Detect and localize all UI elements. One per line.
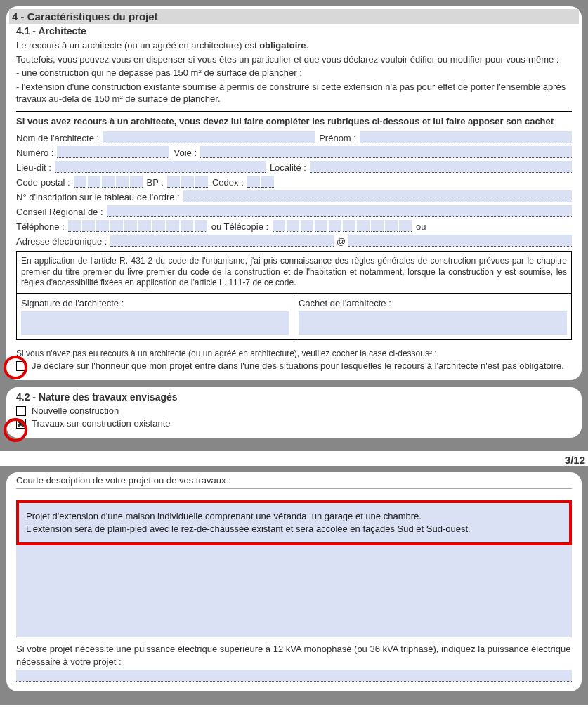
intro-text-c: . (306, 40, 309, 51)
description-line-1: Projet d'extension d'une maison individu… (26, 510, 562, 523)
field-nom[interactable] (103, 131, 315, 143)
form-frame-1: 4 - Caractéristiques du projet 4.1 - Arc… (0, 0, 588, 451)
divider (16, 488, 572, 489)
row-email: Adresse électronique : @ (16, 235, 572, 247)
field-localite[interactable] (310, 161, 572, 173)
intro-paragraph: Le recours à un architecte (ou un agréé … (16, 39, 572, 52)
field-prenom[interactable] (360, 131, 572, 143)
no-architect-declaration-line: Je déclare sur l'honneur que mon projet … (16, 360, 572, 371)
option-new-construction-label: Nouvelle construction (32, 405, 119, 416)
signature-table: Signature de l'architecte : Cachet de l'… (16, 294, 572, 340)
row-tel-fax: Téléphone : ou Télécopie : ou (16, 220, 572, 232)
row-nom-prenom: Nom de l'architecte : Prénom : (16, 131, 572, 143)
intro-bullet-2: - l'extension d'une construction existan… (16, 81, 572, 105)
cachet-cell: Cachet de l'architecte : (294, 294, 571, 339)
intro-text-bold: obligatoire (259, 40, 306, 51)
label-cedex: Cedex : (212, 177, 244, 188)
field-cp[interactable] (74, 176, 143, 188)
row-conseil: Conseil Régional de : (16, 205, 572, 217)
section-4-2: 4.2 - Nature des travaux envisagés Nouve… (6, 387, 582, 438)
label-conseil: Conseil Régional de : (16, 207, 103, 217)
label-lieudit: Lieu-dit : (16, 162, 51, 173)
description-section: Courte description de votre projet ou de… (6, 472, 582, 691)
option-existing-works-line: ✖ Travaux sur construction existante (16, 418, 572, 429)
form-frame-2: Courte description de votre projet ou de… (0, 466, 588, 704)
label-description: Courte description de votre projet ou de… (16, 475, 572, 486)
architect-instruction: Si vous avez recours à un architecte, vo… (16, 115, 572, 128)
field-voie[interactable] (200, 146, 572, 158)
label-tel: Téléphone : (16, 221, 65, 232)
signature-cell: Signature de l'architecte : (17, 294, 294, 339)
option-new-construction-line: Nouvelle construction (16, 405, 572, 416)
label-email: Adresse électronique : (16, 236, 107, 247)
field-conseil[interactable] (107, 205, 572, 217)
label-prenom: Prénom : (319, 133, 356, 143)
description-field-rest[interactable] (16, 545, 572, 637)
checkbox-no-architect[interactable] (16, 361, 26, 371)
row-inscription: N° d'inscription sur le tableau de l'ord… (16, 190, 572, 202)
legal-notice: En application de l'article R. 431-2 du … (16, 251, 572, 294)
field-bp[interactable] (167, 176, 208, 188)
section-4: 4 - Caractéristiques du projet 4.1 - Arc… (6, 6, 582, 380)
intro-bullet-1: - une construction qui ne dépasse pas 15… (16, 67, 572, 79)
field-email-domain[interactable] (348, 235, 572, 247)
label-at: @ (337, 236, 346, 247)
row-cp-bp-cedex: Code postal : BP : Cedex : (16, 176, 572, 188)
field-cachet[interactable] (299, 311, 567, 335)
label-cp: Code postal : (16, 177, 70, 188)
checkbox-new-construction[interactable] (16, 406, 26, 416)
page-number: 3/12 (0, 451, 588, 466)
intro-paragraph-2: Toutefois, vous pouvez vous en dispenser… (16, 53, 572, 66)
label-localite: Localité : (270, 162, 306, 173)
field-power[interactable] (16, 670, 572, 682)
intro-text-a: Le recours à un architecte (ou un agréé … (16, 40, 259, 51)
label-nom: Nom de l'architecte : (16, 133, 99, 143)
no-architect-note: Si vous n'avez pas eu recours à un archi… (16, 349, 572, 358)
label-cachet: Cachet de l'architecte : (299, 298, 567, 308)
checkbox-existing-works[interactable]: ✖ (16, 419, 26, 429)
field-cedex[interactable] (247, 176, 274, 188)
row-power: Si votre projet nécessite une puissance … (16, 643, 572, 681)
field-inscription[interactable] (183, 190, 572, 202)
description-field-container: Projet d'extension d'une maison individu… (16, 493, 572, 637)
section-4-title: 4 - Caractéristiques du projet (9, 9, 579, 24)
label-power: Si votre projet nécessite une puissance … (16, 643, 572, 668)
label-signature: Signature de l'architecte : (21, 298, 289, 308)
description-line-2: L'extension sera de plain-pied avec le r… (26, 523, 562, 535)
row-numero-voie: Numéro : Voie : (16, 146, 572, 158)
option-existing-works-label: Travaux sur construction existante (32, 418, 171, 429)
section-4-2-title: 4.2 - Nature des travaux envisagés (16, 391, 572, 403)
field-numero[interactable] (57, 146, 169, 158)
label-numero: Numéro : (16, 148, 53, 158)
divider (16, 111, 572, 112)
label-voie: Voie : (174, 148, 197, 158)
field-lieudit[interactable] (55, 161, 266, 173)
row-lieudit-localite: Lieu-dit : Localité : (16, 161, 572, 173)
description-highlight-box: Projet d'extension d'une maison individu… (16, 500, 572, 545)
label-bp: BP : (147, 177, 164, 188)
section-4-1-title: 4.1 - Architecte (16, 25, 572, 37)
no-architect-declaration-text: Je déclare sur l'honneur que mon projet … (32, 360, 564, 371)
field-tel[interactable] (68, 220, 207, 232)
label-ou2: ou (416, 221, 426, 232)
label-inscription: N° d'inscription sur le tableau de l'ord… (16, 192, 180, 202)
field-signature[interactable] (21, 311, 289, 335)
divider (16, 637, 572, 637)
field-fax[interactable] (273, 220, 412, 232)
label-ou1: ou Télécopie : (211, 221, 268, 232)
field-email-local[interactable] (110, 235, 334, 247)
